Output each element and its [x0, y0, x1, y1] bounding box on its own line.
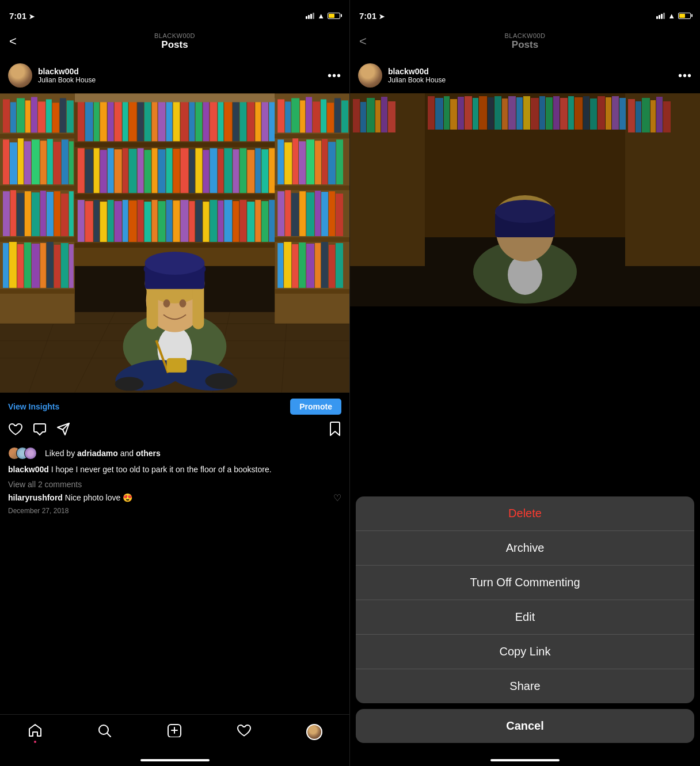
- comment-text: hilaryrushford Nice photo love 😍: [8, 493, 132, 502]
- home-bar-left: [140, 759, 210, 761]
- svg-rect-50: [40, 243, 46, 288]
- svg-rect-12: [0, 185, 75, 190]
- svg-rect-158: [299, 141, 306, 184]
- svg-rect-113: [78, 200, 85, 242]
- svg-rect-58: [75, 243, 275, 248]
- overlay-dimmer[interactable]: [350, 306, 700, 496]
- svg-rect-164: [277, 191, 284, 236]
- edit-action-button[interactable]: Edit: [356, 600, 694, 635]
- status-time-right: 7:01 ➤: [359, 11, 385, 21]
- share-button[interactable]: [56, 422, 71, 439]
- post-username-right[interactable]: blackw00d: [388, 67, 678, 76]
- battery-icon: [328, 13, 340, 19]
- svg-rect-155: [277, 139, 284, 184]
- avatar-left[interactable]: [8, 63, 32, 88]
- svg-rect-115: [94, 200, 100, 242]
- svg-rect-136: [247, 202, 254, 242]
- nav-add-button[interactable]: [167, 723, 182, 741]
- svg-rect-95: [144, 150, 151, 193]
- nav-home-dot: [34, 741, 36, 743]
- svg-rect-162: [328, 142, 336, 184]
- svg-rect-112: [269, 148, 275, 193]
- svg-rect-80: [233, 96, 239, 141]
- view-insights-button[interactable]: View Insights: [8, 402, 59, 411]
- share-action-button[interactable]: Share: [356, 669, 694, 703]
- svg-rect-119: [123, 200, 128, 242]
- svg-rect-101: [189, 149, 195, 193]
- post-menu-button-left[interactable]: •••: [328, 69, 341, 82]
- location-arrow-icon: ➤: [29, 13, 35, 21]
- svg-rect-150: [313, 101, 320, 132]
- turn-off-commenting-button[interactable]: Turn Off Commenting: [356, 566, 694, 600]
- svg-rect-128: [189, 201, 195, 242]
- svg-rect-103: [203, 150, 209, 193]
- svg-rect-100: [180, 148, 188, 193]
- archive-action-button[interactable]: Archive: [356, 531, 694, 566]
- comment-like-button[interactable]: ♡: [333, 492, 341, 503]
- battery-icon-right: [678, 13, 691, 19]
- svg-rect-176: [299, 242, 306, 288]
- caption-text: I hope I never get too old to park it on…: [49, 465, 272, 474]
- svg-rect-169: [315, 191, 321, 236]
- svg-rect-109: [247, 150, 254, 193]
- svg-rect-172: [336, 194, 343, 236]
- svg-rect-37: [17, 193, 24, 236]
- svg-rect-83: [255, 97, 261, 141]
- svg-rect-30: [40, 141, 47, 184]
- post-user-info-left: blackw00d Julian Book House: [38, 67, 328, 84]
- svg-rect-49: [32, 244, 40, 288]
- nav-activity-button[interactable]: [237, 723, 252, 741]
- svg-rect-77: [210, 98, 217, 141]
- svg-point-196: [163, 299, 170, 308]
- promote-button[interactable]: Promote: [290, 399, 341, 415]
- svg-rect-118: [115, 201, 122, 242]
- like-button[interactable]: [8, 422, 23, 439]
- wifi-icon-right: ▲: [668, 12, 675, 20]
- svg-rect-166: [291, 193, 299, 236]
- svg-rect-138: [261, 201, 268, 242]
- svg-rect-24: [67, 100, 74, 132]
- nav-profile-button[interactable]: [306, 724, 322, 740]
- svg-rect-66: [129, 96, 137, 141]
- svg-rect-75: [195, 97, 202, 141]
- comment-button[interactable]: [32, 422, 47, 439]
- svg-rect-102: [195, 148, 202, 193]
- view-comments-button[interactable]: View all 2 comments: [0, 478, 349, 491]
- svg-rect-27: [18, 138, 24, 184]
- svg-rect-88: [94, 148, 100, 193]
- bookmark-button[interactable]: [329, 422, 341, 440]
- back-button-left[interactable]: <: [9, 34, 17, 49]
- svg-rect-145: [277, 99, 284, 132]
- home-indicator-right: [350, 754, 700, 766]
- post-menu-button-right[interactable]: •••: [678, 69, 692, 82]
- svg-rect-120: [129, 200, 137, 242]
- post-location-left: Julian Book House: [38, 76, 328, 84]
- svg-rect-159: [306, 139, 314, 184]
- status-time-left: 7:01 ➤: [9, 11, 35, 21]
- svg-rect-21: [46, 99, 52, 132]
- svg-rect-170: [321, 192, 328, 236]
- delete-action-button[interactable]: Delete: [356, 496, 694, 531]
- svg-rect-192: [192, 283, 204, 329]
- svg-rect-98: [166, 148, 173, 193]
- svg-rect-94: [138, 148, 144, 193]
- post-username-left[interactable]: blackw00d: [38, 67, 328, 76]
- commenter-username[interactable]: hilaryrushford: [8, 493, 63, 502]
- svg-rect-33: [62, 139, 69, 184]
- action-sheet: Delete Archive Turn Off Commenting Edit …: [356, 496, 694, 703]
- svg-rect-90: [108, 148, 114, 193]
- svg-rect-70: [158, 96, 166, 141]
- caption: blackw00d I hope I never get too old to …: [0, 462, 349, 478]
- svg-rect-168: [306, 192, 314, 236]
- back-button-right[interactable]: <: [359, 34, 367, 49]
- svg-rect-137: [255, 200, 261, 242]
- nav-search-button[interactable]: [97, 723, 112, 741]
- post-user-info-right: blackw00d Julian Book House: [388, 67, 678, 84]
- svg-rect-23: [60, 98, 66, 132]
- cancel-button[interactable]: Cancel: [356, 709, 694, 743]
- copy-link-button[interactable]: Copy Link: [356, 635, 694, 669]
- caption-username[interactable]: blackw00d: [8, 465, 49, 474]
- nav-home-button[interactable]: [28, 723, 43, 741]
- svg-rect-62: [100, 99, 107, 141]
- avatar-right[interactable]: [358, 63, 382, 88]
